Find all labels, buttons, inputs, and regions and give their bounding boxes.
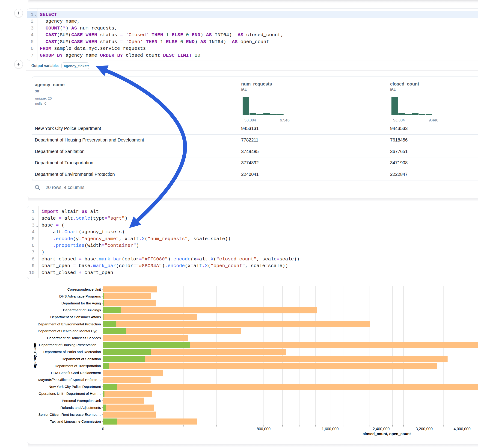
svg-text:Department of Homeless Service: Department of Homeless Services bbox=[47, 336, 101, 340]
svg-text:Department of Consumer Affairs: Department of Consumer Affairs bbox=[50, 315, 101, 319]
svg-text:Department of Buildings: Department of Buildings bbox=[63, 308, 101, 312]
svg-text:Department for the Aging: Department for the Aging bbox=[61, 301, 101, 305]
svg-text:Output variable:: Output variable: bbox=[31, 63, 59, 68]
svg-text:Department of Environmental Pr: Department of Environmental Protection bbox=[38, 322, 101, 326]
svg-text:Correspondence Unit: Correspondence Unit bbox=[67, 287, 101, 291]
svg-text:Department of Health and Menta: Department of Health and Mental Hyg… bbox=[38, 329, 101, 333]
svg-text:DHS Advantage Programs: DHS Advantage Programs bbox=[59, 294, 101, 298]
